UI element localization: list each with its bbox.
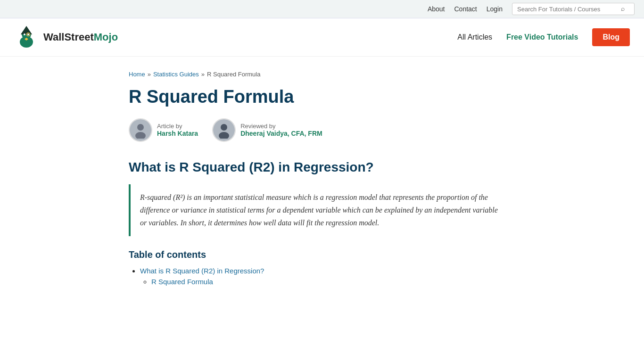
search-box: ⌕: [512, 3, 635, 15]
nav-free-tutorials[interactable]: Free Video Tutorials: [506, 33, 578, 41]
reviewer-label: Reviewed by: [240, 123, 322, 130]
definition-text: R-squared (R²) is an important statistic…: [140, 191, 506, 230]
svg-marker-2: [21, 26, 32, 34]
page-title: R Squared Formula: [129, 86, 515, 108]
search-input[interactable]: [517, 6, 621, 13]
svg-point-9: [221, 124, 227, 131]
author-name[interactable]: Harsh Katara: [157, 130, 198, 137]
definition-block: R-squared (R²) is an important statistic…: [129, 184, 515, 236]
logo-text: WallStreetMojo: [43, 31, 118, 43]
nav-all-articles[interactable]: All Articles: [457, 33, 492, 41]
svg-point-8: [135, 132, 146, 139]
author-block: Article by Harsh Katara: [129, 118, 198, 142]
breadcrumb: Home » Statistics Guides » R Squared For…: [129, 71, 515, 78]
svg-point-3: [24, 33, 25, 35]
toc-link-formula[interactable]: R Squared Formula: [151, 278, 213, 286]
author-label: Article by: [157, 123, 198, 130]
toc-list: What is R Squared (R2) in Regression? R …: [129, 267, 515, 286]
reviewer-info: Reviewed by Dheeraj Vaidya, CFA, FRM: [240, 123, 322, 137]
logo-icon: [14, 25, 39, 49]
top-bar: About Contact Login ⌕: [0, 0, 644, 18]
toc-sublist: R Squared Formula: [140, 278, 515, 286]
section-heading: What is R Squared (R2) in Regression?: [129, 159, 515, 176]
breadcrumb-section[interactable]: Statistics Guides: [153, 71, 199, 78]
breadcrumb-home[interactable]: Home: [129, 71, 145, 78]
toc-item: What is R Squared (R2) in Regression? R …: [140, 267, 515, 286]
nav-blog-button[interactable]: Blog: [592, 28, 630, 46]
toc-subitem: R Squared Formula: [151, 278, 515, 286]
breadcrumb-sep-2: »: [201, 71, 205, 78]
reviewer-name[interactable]: Dheeraj Vaidya, CFA, FRM: [240, 130, 322, 137]
author-info: Article by Harsh Katara: [157, 123, 198, 137]
toc-section: Table of contents What is R Squared (R2)…: [129, 249, 515, 286]
main-header: WallStreetMojo All Articles Free Video T…: [0, 18, 644, 57]
reviewer-block: Reviewed by Dheeraj Vaidya, CFA, FRM: [212, 118, 322, 142]
svg-point-4: [27, 33, 29, 35]
search-icon: ⌕: [621, 5, 625, 13]
toc-link-what-is[interactable]: What is R Squared (R2) in Regression?: [140, 267, 264, 275]
authors-row: Article by Harsh Katara Reviewed by Dhee…: [129, 118, 515, 142]
toc-heading: Table of contents: [129, 249, 515, 260]
logo-link[interactable]: WallStreetMojo: [14, 25, 118, 49]
breadcrumb-sep-1: »: [148, 71, 151, 78]
content-area: Home » Statistics Guides » R Squared For…: [110, 57, 534, 307]
breadcrumb-current: R Squared Formula: [207, 71, 260, 78]
login-link[interactable]: Login: [487, 5, 503, 13]
author-avatar: [129, 118, 152, 142]
svg-point-10: [219, 132, 229, 139]
main-nav: All Articles Free Video Tutorials Blog: [457, 28, 630, 46]
reviewer-avatar: [212, 118, 236, 142]
contact-link[interactable]: Contact: [454, 5, 477, 13]
svg-point-7: [137, 124, 144, 131]
about-link[interactable]: About: [428, 5, 445, 13]
